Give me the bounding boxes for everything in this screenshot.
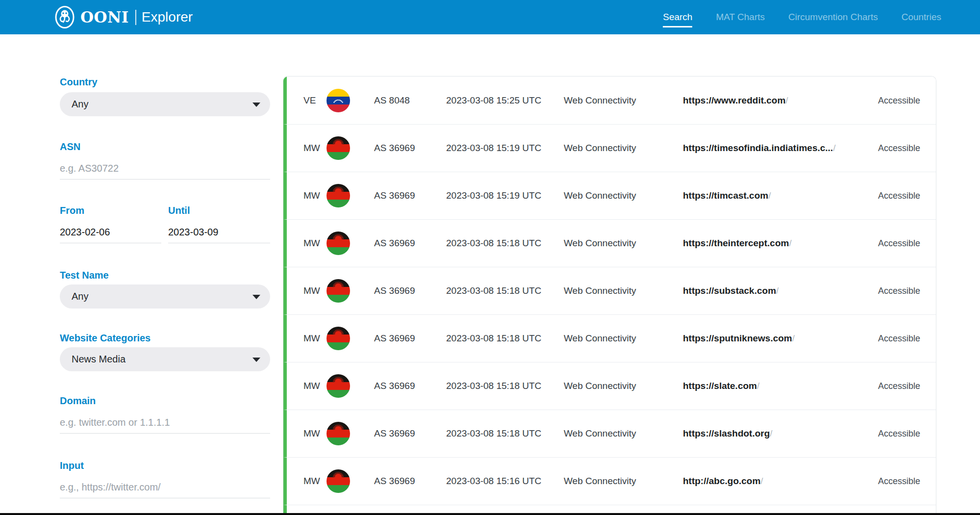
top-navigation-bar: OONI Explorer SearchMAT ChartsCircumvent… [0,0,980,34]
measurement-url: https://slashdot.org/ [683,428,773,439]
measurement-date: 2023-03-08 15:18 UTC [446,428,541,439]
from-date-input[interactable] [60,222,161,243]
test-name: Web Connectivity [564,95,636,106]
test-name: Web Connectivity [564,143,636,154]
status-label: Accessible [878,143,920,154]
country-code: MW [303,381,320,391]
test-name: Web Connectivity [564,285,636,296]
test-name-select[interactable]: Any [60,284,270,309]
test-name-label: Test Name [60,270,109,281]
country-code: MW [303,476,320,487]
status-label: Accessible [878,429,920,439]
measurement-date: 2023-03-08 15:18 UTC [446,238,541,249]
nav-item-countries[interactable]: Countries [902,8,941,26]
country-code: MW [303,428,320,439]
test-name: Web Connectivity [564,476,636,487]
status-label: Accessible [878,381,920,391]
brand-divider [135,10,136,25]
measurement-date: 2023-03-08 15:16 UTC [446,476,541,487]
domain-label: Domain [60,395,96,406]
asn-input[interactable] [60,158,270,180]
brand-product-name: Explorer [142,9,193,25]
measurement-row[interactable]: VE AS 8048 2023-03-08 15:25 UTC Web Conn… [283,77,936,124]
measurement-url: https://substack.com/ [683,285,779,296]
measurement-row[interactable]: MW AS 36969 2023-03-08 15:19 UTC Web Con… [283,172,936,219]
asn-value: AS 36969 [374,238,415,249]
asn-value: AS 36969 [374,285,415,296]
measurement-url: https://slate.com/ [683,381,759,391]
website-categories-label: Website Categories [60,333,151,343]
test-name-select-value: Any [72,291,88,302]
measurement-row[interactable]: MW AS 36969 2023-03-08 15:18 UTC Web Con… [283,314,936,362]
status-label: Accessible [878,334,920,344]
asn-label: ASN [60,141,80,152]
measurement-date: 2023-03-08 15:18 UTC [446,285,541,296]
malawi-flag-icon [327,136,350,160]
nav-item-label: Search [663,12,692,22]
country-code: MW [303,333,320,344]
measurement-url: https://timcast.com/ [683,190,771,201]
test-name: Web Connectivity [564,190,636,201]
measurement-results-list: VE AS 8048 2023-03-08 15:25 UTC Web Conn… [283,76,936,515]
measurement-url: https://sputniknews.com/ [683,333,795,344]
status-label: Accessible [878,286,920,296]
status-label: Accessible [878,238,920,249]
nav-item-circumvention-charts[interactable]: Circumvention Charts [788,8,878,26]
until-date-input[interactable] [168,222,270,243]
measurement-row[interactable]: MW AS 36969 2023-03-08 15:18 UTC Web Con… [283,410,936,457]
domain-input[interactable] [60,412,270,434]
filter-sidebar: Country Any ASN From Until Test Name Any… [60,34,270,515]
asn-value: AS 36969 [374,333,415,344]
screen-bottom-edge [0,513,980,515]
asn-value: AS 36969 [374,190,415,201]
nav-item-search[interactable]: Search [663,8,692,26]
measurement-date: 2023-03-08 15:18 UTC [446,333,541,344]
country-select-value: Any [72,99,88,110]
country-select[interactable]: Any [60,92,270,116]
main-nav: SearchMAT ChartsCircumvention ChartsCoun… [663,8,941,26]
measurement-row[interactable]: MW AS 36969 2023-03-08 15:19 UTC Web Con… [283,124,936,172]
measurement-date: 2023-03-08 15:19 UTC [446,143,541,154]
asn-value: AS 36969 [374,381,415,391]
country-code: MW [303,190,320,201]
nav-item-label: Circumvention Charts [788,12,878,22]
country-code: MW [303,143,320,154]
status-label: Accessible [878,476,920,487]
malawi-flag-icon [327,184,350,207]
website-categories-select-value: News Media [72,354,126,365]
venezuela-flag-icon [327,89,350,112]
country-code: MW [303,238,320,249]
measurement-row[interactable]: MW AS 36969 2023-03-08 15:16 UTC Web Con… [283,457,936,505]
test-name: Web Connectivity [564,381,636,391]
status-label: Accessible [878,95,920,105]
malawi-flag-icon [327,374,350,398]
asn-value: AS 36969 [374,143,415,154]
measurement-url: https://theintercept.com/ [683,238,792,249]
brand-logo[interactable]: OONI Explorer [55,6,193,28]
nav-item-label: MAT Charts [716,12,765,22]
measurement-row[interactable]: MW AS 36969 2023-03-08 15:18 UTC Web Con… [283,362,936,410]
malawi-flag-icon [327,422,350,445]
status-label: Accessible [878,191,920,201]
country-code: MW [303,285,320,296]
website-categories-select[interactable]: News Media [60,347,270,371]
asn-value: AS 36969 [374,428,415,439]
measurement-row[interactable]: MW AS 36969 2023-03-08 15:18 UTC Web Con… [283,219,936,267]
malawi-flag-icon [327,232,350,255]
ooni-octopus-icon [55,6,75,28]
input-url-input[interactable] [60,477,270,498]
measurement-date: 2023-03-08 15:19 UTC [446,190,541,201]
brand-name: OONI [80,8,129,26]
measurement-url: https://timesofindia.indiatimes.c.../ [683,143,835,154]
test-name: Web Connectivity [564,333,636,344]
nav-item-label: Countries [902,12,941,22]
ooni-explorer-page: OONI Explorer SearchMAT ChartsCircumvent… [0,0,980,515]
measurement-date: 2023-03-08 15:18 UTC [446,381,541,391]
measurement-url: http://abc.go.com/ [683,476,763,487]
nav-item-mat-charts[interactable]: MAT Charts [716,8,765,26]
asn-value: AS 8048 [374,95,410,106]
test-name: Web Connectivity [564,238,636,249]
chevron-down-icon [252,358,260,362]
measurement-row[interactable]: MW AS 36969 2023-03-08 15:18 UTC Web Con… [283,267,936,314]
country-label: Country [60,77,98,87]
